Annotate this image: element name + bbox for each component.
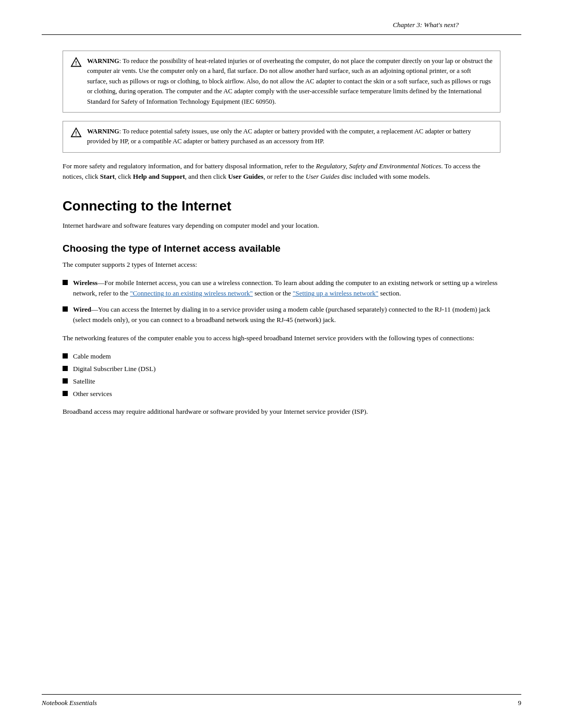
warning-box-safety: ! WARNING: To reduce potential safety is…: [63, 121, 500, 153]
link-setup-wireless[interactable]: "Setting up a wireless network": [292, 289, 378, 297]
svg-text:!: !: [75, 60, 77, 66]
bullet-icon-wireless: [63, 280, 68, 285]
page: Chapter 3: What's next? ! WARNING: To re…: [0, 0, 563, 728]
broadband-intro: The networking features of the computer …: [63, 333, 500, 344]
warning-label-2: WARNING: [87, 128, 119, 135]
section-title-connecting: Connecting to the Internet: [63, 198, 500, 214]
satellite-label: Satellite: [73, 376, 500, 387]
link-existing-wireless[interactable]: "Connecting to an existing wireless netw…: [130, 289, 253, 297]
choosing-intro: The computer supports 2 types of Interne…: [63, 260, 500, 270]
list-item-satellite: Satellite: [63, 376, 500, 387]
regulatory-doc-name: Regulatory, Safety and Environmental Not…: [316, 162, 441, 170]
chapter-label: Chapter 3: What's next?: [393, 21, 459, 29]
page-header: Chapter 3: What's next?: [42, 0, 521, 35]
list-item-cable-modem: Cable modem: [63, 351, 500, 362]
wireless-lead: Wireless: [73, 279, 97, 287]
access-types-list: Wireless—For mobile Internet access, you…: [63, 278, 500, 326]
wired-text: Wired—You can access the Internet by dia…: [73, 304, 500, 326]
warning-icon-heat: !: [70, 57, 82, 68]
warning-text-safety: WARNING: To reduce potential safety issu…: [87, 127, 493, 147]
broadband-note: Broadband access may require additional …: [63, 406, 500, 417]
user-guides-disc-label: User Guides: [305, 172, 339, 180]
footer-left-text: Notebook Essentials: [42, 699, 97, 707]
warning-box-heat: ! WARNING: To reduce the possibility of …: [63, 51, 500, 113]
connecting-intro: Internet hardware and software features …: [63, 220, 500, 231]
svg-text:!: !: [75, 130, 77, 136]
bullet-icon-other: [63, 391, 68, 396]
warning-label-1: WARNING: [87, 57, 119, 65]
dsl-label: Digital Subscriber Line (DSL): [73, 364, 500, 374]
connection-types-list: Cable modem Digital Subscriber Line (DSL…: [63, 351, 500, 400]
bullet-icon-wired: [63, 306, 68, 312]
start-label: Start: [100, 172, 115, 180]
cable-modem-label: Cable modem: [73, 351, 500, 362]
list-item-wired: Wired—You can access the Internet by dia…: [63, 304, 500, 326]
user-guides-label: User Guides: [228, 172, 263, 180]
warning-text-heat: WARNING: To reduce the possibility of he…: [87, 56, 493, 107]
bullet-icon-cable: [63, 353, 68, 359]
wired-lead: Wired: [73, 305, 91, 313]
warning-icon-safety: !: [70, 127, 82, 139]
bullet-icon-dsl: [63, 366, 68, 371]
page-footer: Notebook Essentials 9: [42, 694, 521, 707]
list-item-dsl: Digital Subscriber Line (DSL): [63, 364, 500, 374]
subsection-title-choosing: Choosing the type of Internet access ava…: [63, 243, 500, 254]
other-services-label: Other services: [73, 389, 500, 399]
help-support-label: Help and Support: [133, 172, 185, 180]
list-item-wireless: Wireless—For mobile Internet access, you…: [63, 278, 500, 299]
bullet-icon-satellite: [63, 378, 68, 384]
wireless-text: Wireless—For mobile Internet access, you…: [73, 278, 500, 299]
footer-page-number: 9: [518, 699, 522, 707]
regulatory-paragraph: For more safety and regulatory informati…: [63, 161, 500, 183]
list-item-other: Other services: [63, 389, 500, 399]
main-content: ! WARNING: To reduce the possibility of …: [0, 35, 563, 417]
